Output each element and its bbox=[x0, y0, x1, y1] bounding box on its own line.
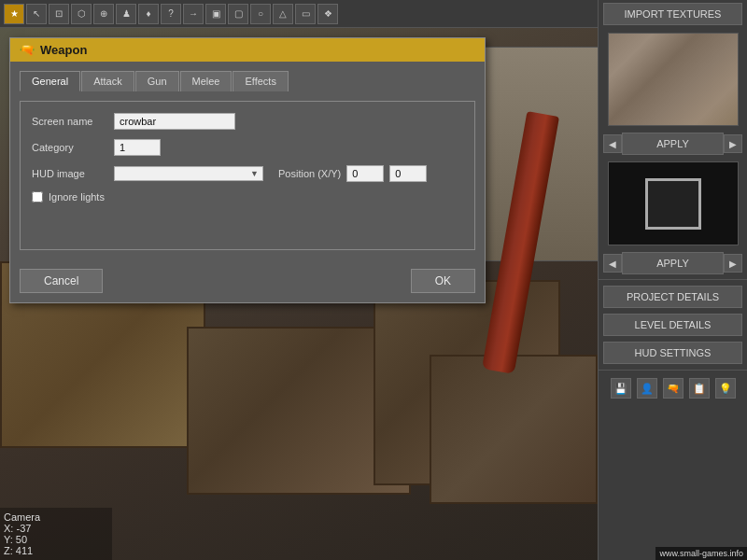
dialog-content: General Attack Gun Melee Effects Screen … bbox=[10, 62, 485, 259]
apply-top-btn[interactable]: APPLY bbox=[622, 133, 724, 155]
coord-y: Y: 50 bbox=[4, 534, 108, 545]
dialog-form-area: Screen name Category HUD image ▼ Positio… bbox=[20, 101, 475, 250]
toolbar-btn-12[interactable]: △ bbox=[273, 4, 293, 24]
hud-settings-btn[interactable]: HUD SETTINGS bbox=[603, 342, 742, 364]
tab-melee[interactable]: Melee bbox=[180, 71, 233, 91]
texture-nav-bottom: ◀ APPLY ▶ bbox=[603, 252, 742, 274]
texture-prev-btn[interactable]: ◀ bbox=[603, 134, 622, 153]
panel-icon-person[interactable]: 👤 bbox=[637, 378, 657, 399]
category-label: Category bbox=[32, 142, 106, 153]
hud-image-select-row: ▼ Position (X/Y) bbox=[114, 165, 427, 182]
small-preview-inner bbox=[645, 178, 701, 230]
toolbar-btn-9[interactable]: ▣ bbox=[205, 4, 226, 24]
screen-name-label: Screen name bbox=[32, 116, 106, 127]
toolbar-btn-6[interactable]: ♦ bbox=[138, 4, 159, 24]
ignore-lights-row: Ignore lights bbox=[32, 191, 463, 203]
panel-icon-gun[interactable]: 🔫 bbox=[663, 378, 684, 399]
preview-next-btn[interactable]: ▶ bbox=[724, 254, 742, 273]
apply-bottom-btn[interactable]: APPLY bbox=[622, 252, 724, 274]
toolbar-star-btn[interactable]: ★ bbox=[4, 4, 24, 24]
dialog-tabs: General Attack Gun Melee Effects bbox=[20, 71, 475, 91]
toolbar-btn-8[interactable]: → bbox=[183, 4, 204, 24]
hud-image-label: HUD image bbox=[32, 168, 106, 179]
position-group bbox=[346, 165, 427, 182]
toolbar-btn-4[interactable]: ⊕ bbox=[93, 4, 114, 24]
position-label: Position (X/Y) bbox=[278, 168, 341, 179]
dialog-title: Weapon bbox=[40, 43, 87, 57]
toolbar-btn-7[interactable]: ? bbox=[161, 4, 181, 24]
position-x-input[interactable] bbox=[346, 165, 384, 182]
dropdown-arrow-icon: ▼ bbox=[250, 169, 259, 178]
tab-gun[interactable]: Gun bbox=[135, 71, 179, 91]
toolbar-btn-10[interactable]: ▢ bbox=[228, 4, 248, 24]
position-y-input[interactable] bbox=[389, 165, 427, 182]
weapon-dialog: 🔫 Weapon General Attack Gun Melee Effect… bbox=[9, 37, 486, 303]
toolbar-btn-1[interactable]: ↖ bbox=[26, 4, 47, 24]
texture-next-btn[interactable]: ▶ bbox=[724, 134, 742, 153]
project-details-btn[interactable]: PROJECT DETAILS bbox=[603, 286, 742, 308]
dialog-buttons: Cancel OK bbox=[10, 259, 485, 302]
toolbar-btn-14[interactable]: ❖ bbox=[317, 4, 338, 24]
hud-image-row: HUD image ▼ Position (X/Y) bbox=[32, 165, 463, 182]
right-panel: IMPORT TEXTURES ◀ APPLY ▶ ◀ APPLY ▶ PROJ… bbox=[598, 0, 747, 560]
tab-effects[interactable]: Effects bbox=[233, 71, 288, 91]
toolbar-btn-11[interactable]: ○ bbox=[250, 4, 271, 24]
ok-button[interactable]: OK bbox=[411, 269, 475, 293]
panel-icon-copy[interactable]: 📋 bbox=[689, 378, 710, 399]
tab-attack[interactable]: Attack bbox=[81, 71, 134, 91]
panel-icon-save[interactable]: 💾 bbox=[611, 378, 631, 399]
cancel-button[interactable]: Cancel bbox=[20, 269, 103, 293]
category-row: Category bbox=[32, 139, 463, 156]
small-preview bbox=[608, 161, 739, 245]
preview-prev-btn[interactable]: ◀ bbox=[603, 254, 622, 273]
camera-coords: Camera X: -37 Y: 50 Z: 411 bbox=[0, 508, 112, 560]
category-input[interactable] bbox=[114, 139, 161, 156]
toolbar-btn-2[interactable]: ⊡ bbox=[49, 4, 69, 24]
texture-nav-top: ◀ APPLY ▶ bbox=[603, 133, 742, 155]
toolbar-btn-3[interactable]: ⬡ bbox=[71, 4, 92, 24]
panel-divider-2 bbox=[599, 370, 747, 371]
texture-preview-top bbox=[608, 33, 739, 126]
screen-name-row: Screen name bbox=[32, 113, 463, 130]
import-textures-btn[interactable]: IMPORT TEXTURES bbox=[603, 3, 742, 25]
coord-z: Z: 411 bbox=[4, 545, 108, 556]
dialog-icon: 🔫 bbox=[20, 43, 35, 57]
toolbar-btn-5[interactable]: ♟ bbox=[116, 4, 136, 24]
panel-divider-1 bbox=[599, 279, 747, 280]
watermark: www.small-games.info bbox=[655, 547, 747, 560]
level-details-btn[interactable]: LEVEL DETAILS bbox=[603, 314, 742, 336]
screen-name-input[interactable] bbox=[114, 113, 235, 130]
ignore-lights-checkbox[interactable] bbox=[32, 191, 43, 203]
hud-image-dropdown[interactable]: ▼ bbox=[114, 166, 263, 181]
toolbar: ★ ↖ ⊡ ⬡ ⊕ ♟ ♦ ? → ▣ ▢ ○ △ ▭ ❖ bbox=[0, 0, 598, 28]
tab-general[interactable]: General bbox=[20, 71, 80, 91]
coord-x: X: -37 bbox=[4, 523, 108, 534]
panel-icons-row: 💾 👤 🔫 📋 💡 bbox=[599, 373, 747, 403]
toolbar-btn-13[interactable]: ▭ bbox=[295, 4, 316, 24]
dialog-titlebar: 🔫 Weapon bbox=[10, 38, 485, 62]
ignore-lights-label: Ignore lights bbox=[49, 191, 105, 203]
camera-label: Camera bbox=[4, 511, 108, 523]
panel-icon-light[interactable]: 💡 bbox=[715, 378, 736, 399]
